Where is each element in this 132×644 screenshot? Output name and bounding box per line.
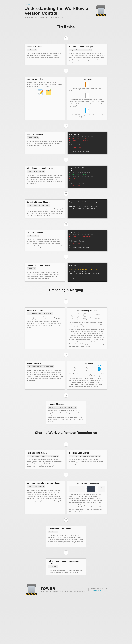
step-number: 3 bbox=[64, 124, 68, 128]
card-title: Stay Up-To-Date About Remote Changes bbox=[27, 482, 63, 484]
brand-tagline: Version control with Git – made easy. In… bbox=[40, 591, 86, 592]
card-desc: If there's an interesting remote branch … bbox=[27, 458, 63, 467]
trial-info: 30-day free trial available at www.git-t… bbox=[88, 588, 107, 591]
tower-hero-icon bbox=[94, 4, 107, 18]
card-desc: Modify, rename and delete files or add n… bbox=[27, 81, 63, 88]
command: $ git commit -m "message" bbox=[27, 204, 50, 207]
section-branching-heading: Branching & Merging bbox=[25, 288, 107, 292]
terminal-output: $ git status# Changes not staged for com… bbox=[68, 132, 107, 154]
card-desc: To integrate new changes from the remote… bbox=[48, 534, 84, 545]
step-number: 2 bbox=[64, 353, 68, 357]
file-tracked-icon bbox=[85, 93, 89, 98]
footer-promo: TOWER Version control with Git – made ea… bbox=[25, 583, 107, 596]
sharing-step-1: Track a Remote Branch $ git checkout --t… bbox=[25, 450, 107, 469]
command: $ git push bbox=[48, 565, 58, 568]
command: $ git merge <branch-to-integrate> bbox=[48, 406, 77, 408]
card-title: Start a New Project bbox=[27, 46, 63, 48]
understanding-branches-info: Understanding Branches C1 C2 C3 C2 C3 C4… bbox=[67, 308, 107, 349]
basics-step-6: Keep the Overview $ git status Running t… bbox=[25, 230, 107, 251]
terminal-output: $ git status# Changes not staged for com… bbox=[68, 230, 107, 251]
sharing-step-2: Stay Up-To-Date About Remote Changes $ g… bbox=[25, 480, 107, 514]
card-title: Work on Your Files bbox=[27, 78, 63, 80]
card-title: Add Files to the "Staging Area" bbox=[27, 167, 63, 169]
editor-illustration: 📝 🗂️ bbox=[27, 88, 63, 97]
card-title: Switch Contexts bbox=[27, 362, 63, 364]
card-desc: When your new feature is ready, you migh… bbox=[48, 410, 84, 422]
basics-step-7: Inspect the Commit History $ git log The… bbox=[25, 262, 107, 282]
card-desc: Only because a file was changed doesn't … bbox=[27, 174, 63, 185]
card-desc: To start working on a different context,… bbox=[27, 369, 63, 382]
page-title: Understanding the Workflow of Version Co… bbox=[25, 6, 92, 16]
page-subtitle: presented by TOWER › Version control wit… bbox=[25, 16, 92, 18]
step-number: 6 bbox=[64, 222, 68, 226]
card-desc: Running the "git status" command right a… bbox=[27, 238, 63, 249]
sharing-step-3: Integrate Remote Changes $ git pull To i… bbox=[25, 526, 107, 547]
info-title: Local & Remote Repositories bbox=[69, 482, 105, 485]
command: $ git clone <remote-url> bbox=[69, 49, 92, 52]
file-untracked-icon bbox=[85, 82, 89, 87]
step-number: 1 bbox=[64, 300, 68, 304]
info-text: We often have to work on multiple things… bbox=[69, 322, 105, 347]
card-title: Track a Remote Branch bbox=[27, 452, 63, 454]
basics-step-5: Commit all Staged Changes $ git commit -… bbox=[25, 200, 107, 218]
head-diagram-illustration: C1 C2 HEADC3 bbox=[69, 366, 105, 372]
step-number: 2 bbox=[64, 472, 68, 477]
basics-step-4: Add Files to the "Staging Area" $ git ad… bbox=[25, 166, 107, 188]
card-desc: The "git clone" command is used to downl… bbox=[69, 52, 105, 63]
info-text: …while files that your version control s… bbox=[69, 99, 105, 107]
card-title: Integrate Remote Changes bbox=[48, 528, 84, 530]
info-title: Understanding Branches bbox=[69, 310, 105, 312]
step-number: 1 bbox=[64, 442, 68, 446]
command: $ git add <filename> bbox=[27, 170, 45, 173]
trial-link[interactable]: www.git-tower.com bbox=[91, 590, 107, 591]
command: $ git status bbox=[27, 235, 39, 238]
file-status-info: File Status Files that aren't yet under … bbox=[67, 76, 107, 120]
branching-step-2: Switch Contexts $ git checkout <new-bran… bbox=[25, 361, 107, 390]
basics-step-1: Start a New Project $ git init Executing… bbox=[25, 44, 107, 65]
head-branch-info: HEAD Branch C1 C2 HEADC3 At each point i… bbox=[67, 361, 107, 390]
info-text: Files that aren't yet under version cont… bbox=[69, 88, 105, 92]
command: $ git status bbox=[27, 136, 39, 139]
command: $ git branch <new-branch-name> bbox=[27, 312, 53, 315]
info-text: As Git is a so-called "decentralized" ve… bbox=[69, 493, 105, 512]
brand-name: TOWER bbox=[40, 586, 86, 591]
card-title: Keep the Overview bbox=[27, 232, 63, 234]
command: $ git push -u <remote> <local-branch> bbox=[69, 455, 101, 458]
terminal-output: $ git add about.html$ git status# Change… bbox=[68, 166, 107, 188]
card-desc: Executing the "git init" command in the … bbox=[27, 52, 63, 61]
card-title: Keep the Overview bbox=[27, 133, 63, 135]
branching-step-1: Start a New Feature $ git branch <new-br… bbox=[25, 308, 107, 349]
info-title: HEAD Branch bbox=[69, 362, 105, 365]
local-remote-info: Local & Remote Repositories ⎘local ⎘loca… bbox=[67, 480, 107, 514]
card-title: Inspect the Commit History bbox=[27, 264, 63, 266]
card-title: Start a New Feature bbox=[27, 309, 63, 311]
terminal-output: $ git commit -m "Updated about page" [ma… bbox=[68, 200, 107, 218]
step-number: 7 bbox=[64, 255, 68, 259]
basics-step-3: Keep the Overview $ git status The "git … bbox=[25, 132, 107, 154]
brand-logo: fournova bbox=[25, 4, 92, 6]
card-desc: When collaborating with others on a proj… bbox=[27, 489, 63, 504]
step-number: 4 bbox=[64, 158, 68, 162]
step-number: 3 bbox=[64, 518, 68, 522]
step-number: 3 bbox=[64, 393, 68, 398]
card-desc: The "git log" command lists all the comm… bbox=[27, 271, 63, 280]
branching-step-3: Integrate Changes $ git merge <branch-to… bbox=[25, 401, 107, 424]
info-text: …or "modified" (meaning it has local cha… bbox=[69, 114, 105, 118]
info-text: At each point in time, you can only work… bbox=[69, 373, 105, 388]
command: $ git init bbox=[27, 49, 37, 52]
card-desc: The "git status" command tells you what … bbox=[27, 140, 63, 146]
section-sharing-heading: Sharing Work via Remote Repositories bbox=[25, 431, 107, 435]
step-number: 1 bbox=[64, 36, 68, 40]
card-title: Upload Local Changes to the Remote Serve… bbox=[48, 560, 84, 564]
card-desc: A commit wraps up all the changes you pr… bbox=[27, 208, 63, 216]
info-title: File Status bbox=[69, 78, 105, 81]
step-number: 5 bbox=[64, 192, 68, 196]
card-desc: To share one of your local branches with… bbox=[69, 458, 105, 465]
card-title: Work on an Existing Project bbox=[69, 46, 105, 48]
tower-footer-icon bbox=[25, 583, 38, 596]
command: $ git fetch <remote> bbox=[27, 485, 45, 488]
command: $ git checkout --track <remote/branch> bbox=[27, 455, 59, 458]
card-title: Integrate Changes bbox=[48, 403, 84, 405]
file-modified-icon bbox=[85, 108, 89, 113]
card-title: Commit all Staged Changes bbox=[27, 201, 63, 203]
